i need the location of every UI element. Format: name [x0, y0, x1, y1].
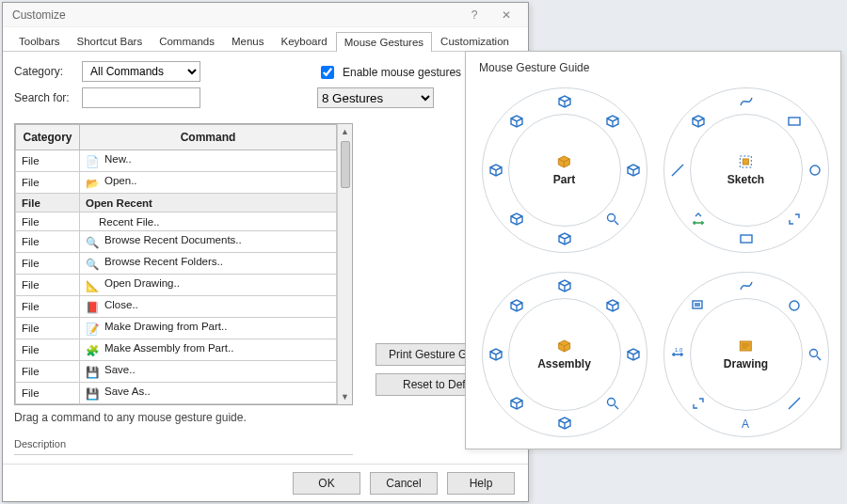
saveas-icon: 💾 [86, 387, 99, 401]
ring-center-icon [738, 154, 753, 169]
ring-center-icon [556, 339, 571, 354]
gesture-slot-5[interactable] [690, 395, 707, 412]
gesture-slot-1[interactable] [604, 297, 621, 314]
drag-hint: Drag a command to any mouse gesture guid… [14, 411, 353, 424]
commands-table: Category Command File📄New..File📂Open..Fi… [14, 123, 353, 405]
help-button[interactable]: Help [447, 472, 515, 495]
table-row[interactable]: FileRecent File.. [16, 213, 337, 231]
cube-icon [509, 298, 524, 313]
gesture-slot-2[interactable] [625, 346, 642, 363]
gesture-slot-6[interactable] [669, 346, 686, 363]
scroll-up-icon[interactable]: ▲ [338, 124, 352, 139]
cancel-button[interactable]: Cancel [370, 472, 438, 495]
scroll-thumb[interactable] [341, 141, 350, 188]
table-scrollbar[interactable]: ▲ ▼ [337, 124, 352, 404]
tab-toolbars[interactable]: Toolbars [10, 31, 68, 51]
tab-menus[interactable]: Menus [223, 31, 273, 51]
gesture-slot-3[interactable] [604, 395, 621, 412]
help-icon[interactable]: ? [458, 3, 490, 27]
category-select[interactable]: All Commands [82, 61, 200, 82]
tab-shortcut-bars[interactable]: Shortcut Bars [68, 31, 151, 51]
cube-icon [626, 347, 641, 362]
gesture-slot-3[interactable] [604, 211, 621, 228]
table-row[interactable]: File📐Open Drawing.. [16, 275, 337, 296]
table-row[interactable]: File💾Save.. [16, 361, 337, 383]
make2-icon: 🧩 [86, 344, 99, 357]
close-icon[interactable]: ✕ [490, 3, 522, 27]
rect-icon [787, 114, 802, 129]
open-icon: 📂 [86, 177, 99, 190]
table-row[interactable]: FileOpen Recent [16, 194, 337, 213]
make-icon: 📝 [86, 323, 99, 336]
enable-gestures-input[interactable] [321, 66, 334, 79]
dialog-footer: OK Cancel Help [3, 464, 528, 501]
col-command[interactable]: Command [80, 125, 337, 150]
gesture-slot-4[interactable] [556, 415, 573, 432]
cube-icon [691, 114, 706, 129]
gesture-slot-0[interactable] [556, 93, 573, 110]
gesture-slot-4[interactable] [556, 230, 573, 247]
gesture-count-select[interactable]: 8 Gestures [317, 87, 434, 108]
cube-icon [509, 396, 524, 411]
enable-gestures-label: Enable mouse gestures [343, 66, 461, 79]
gesture-slot-4[interactable] [738, 230, 755, 247]
rect-icon [739, 231, 754, 246]
gesture-slot-0[interactable] [556, 277, 573, 294]
tab-mouse-gestures[interactable]: Mouse Gestures [336, 32, 432, 52]
gesture-slot-2[interactable] [807, 162, 823, 179]
gesture-slot-7[interactable] [690, 113, 707, 130]
gesture-slot-3[interactable] [786, 211, 803, 228]
zoom-icon [605, 212, 620, 227]
cube-icon [509, 114, 524, 129]
note-icon [691, 298, 706, 313]
table-row[interactable]: File📂Open.. [16, 172, 337, 194]
gesture-slot-2[interactable] [625, 162, 642, 179]
gesture-slot-7[interactable] [508, 113, 525, 130]
tab-customization[interactable]: Customization [432, 31, 518, 51]
gesture-slot-3[interactable] [786, 395, 803, 412]
tab-commands[interactable]: Commands [151, 31, 223, 51]
gesture-slot-6[interactable] [487, 162, 504, 179]
col-category[interactable]: Category [16, 125, 80, 150]
gesture-slot-5[interactable] [508, 395, 525, 412]
tab-keyboard[interactable]: Keyboard [272, 31, 335, 51]
gesture-slot-0[interactable] [738, 93, 755, 110]
table-row[interactable]: File🧩Make Assembly from Part.. [16, 339, 337, 361]
save-icon: 💾 [86, 366, 99, 379]
gesture-slot-2[interactable] [807, 346, 823, 363]
gesture-slot-5[interactable] [508, 211, 525, 228]
line-icon [787, 396, 802, 411]
gesture-slot-5[interactable] [690, 211, 707, 228]
browse-icon: 🔍 [86, 258, 99, 271]
table-row[interactable]: File📕Close.. [16, 296, 337, 318]
tab-strip: ToolbarsShortcut BarsCommandsMenusKeyboa… [3, 27, 528, 52]
line-icon [670, 163, 685, 178]
gesture-slot-1[interactable] [604, 113, 621, 130]
drawing-icon: 📐 [86, 279, 99, 292]
circle-icon [807, 163, 823, 178]
gesture-ring-part: Part [479, 82, 649, 259]
gesture-slot-7[interactable] [508, 297, 525, 314]
cube-icon [488, 347, 503, 362]
doc-icon: 📄 [86, 155, 99, 168]
table-row[interactable]: File🔍Browse Recent Folders.. [16, 253, 337, 275]
table-row[interactable]: File💾Save As.. [16, 383, 337, 404]
table-row[interactable]: File📝Make Drawing from Part.. [16, 318, 337, 339]
gesture-slot-7[interactable] [690, 297, 707, 314]
table-row[interactable]: File🔍Browse Recent Documents.. [16, 231, 337, 253]
gesture-slot-4[interactable] [738, 415, 755, 432]
cube-icon [557, 416, 572, 431]
gesture-slot-6[interactable] [487, 346, 504, 363]
ok-button[interactable]: OK [293, 472, 360, 495]
cube-icon [557, 94, 572, 109]
table-row[interactable]: File📄New.. [16, 150, 337, 172]
gesture-slot-0[interactable] [738, 277, 755, 294]
gesture-slot-1[interactable] [786, 297, 803, 314]
scroll-down-icon[interactable]: ▼ [338, 389, 352, 404]
table-row[interactable]: File💾Save All.. [16, 404, 337, 405]
search-label: Search for: [14, 91, 82, 104]
gesture-slot-6[interactable] [669, 162, 686, 179]
search-input[interactable] [82, 87, 200, 108]
gesture-slot-1[interactable] [786, 113, 803, 130]
ring-label: Drawing [724, 357, 768, 370]
